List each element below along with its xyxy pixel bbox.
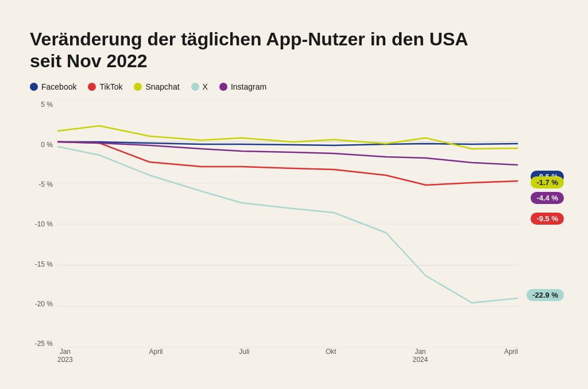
- legend-label-snapchat: Snapchat: [145, 82, 179, 91]
- chart-title: Veränderung der täglichen App-Nutzer in …: [30, 28, 564, 72]
- legend-label-facebook: Facebook: [41, 82, 76, 91]
- x-line: [57, 147, 518, 303]
- y-label-0: 0 %: [30, 141, 53, 149]
- tiktok-line: [57, 142, 518, 185]
- y-label-n25: -25 %: [30, 340, 53, 348]
- y-label-n15: -15 %: [30, 260, 53, 268]
- x-label-jan2023: Jan2023: [57, 348, 73, 364]
- chart-svg-wrapper: [57, 101, 518, 348]
- legend-item-snapchat: Snapchat: [134, 82, 179, 91]
- legend-item-tiktok: TikTok: [88, 82, 122, 91]
- chart-container: Veränderung der täglichen App-Nutzer in …: [13, 11, 575, 379]
- x-label-april1: April: [149, 348, 163, 364]
- instagram-dot: [219, 83, 227, 91]
- x-axis: Jan2023 April Juli Okt Jan2024 April: [57, 348, 518, 364]
- chart-svg: [57, 101, 518, 348]
- y-label-n5: -5 %: [30, 180, 53, 188]
- chart-area: 5 % 0 % -5 % -10 % -15 % -20 % -25 %: [30, 101, 564, 348]
- facebook-dot: [30, 83, 38, 91]
- x-label-april2: April: [504, 348, 518, 364]
- y-axis: 5 % 0 % -5 % -10 % -15 % -20 % -25 %: [30, 101, 57, 348]
- legend-item-instagram: Instagram: [219, 82, 266, 91]
- legend-item-facebook: Facebook: [30, 82, 76, 91]
- legend-item-x: X: [191, 82, 208, 91]
- end-label-x: -22.9 %: [527, 289, 564, 301]
- end-label-tiktok: -9.5 %: [531, 213, 564, 225]
- x-label-jan2024: Jan2024: [412, 348, 428, 364]
- x-dot: [191, 83, 199, 91]
- y-label-5: 5 %: [30, 101, 53, 109]
- legend-label-tiktok: TikTok: [99, 82, 122, 91]
- end-label-instagram: -4.4 %: [531, 192, 564, 204]
- x-label-juli: Juli: [239, 348, 249, 364]
- legend: Facebook TikTok Snapchat X Instagram: [30, 82, 564, 91]
- y-label-n20: -20 %: [30, 300, 53, 308]
- end-label-snapchat: -1.7 %: [531, 176, 564, 188]
- snapchat-dot: [134, 83, 142, 91]
- x-label-okt: Okt: [326, 348, 336, 364]
- legend-label-instagram: Instagram: [231, 82, 266, 91]
- y-label-n10: -10 %: [30, 220, 53, 228]
- tiktok-dot: [88, 83, 96, 91]
- legend-label-x: X: [203, 82, 208, 91]
